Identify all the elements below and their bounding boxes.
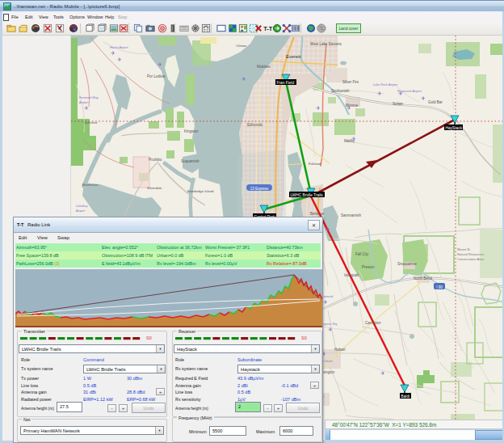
- svg-text:Hacks Airport: Hacks Airport: [110, 46, 129, 49]
- svg-text:✈: ✈: [328, 327, 333, 332]
- svg-text:Airport: Airport: [76, 209, 86, 213]
- svg-text:Por Ludlow: Por Ludlow: [147, 74, 166, 78]
- svg-text:Skymarish Airport: Skymarish Airport: [397, 90, 422, 93]
- svg-text:✈: ✈: [117, 57, 122, 62]
- svg-text:✈: ✈: [111, 50, 116, 56]
- svg-text:Mount Si: Mount Si: [457, 247, 470, 251]
- svg-text:Bainbridge Island: Bainbridge Island: [187, 189, 214, 193]
- svg-text:Fall City: Fall City: [355, 252, 369, 256]
- svg-text:T-T: T-T: [263, 25, 273, 32]
- svg-text:Preston: Preston: [362, 265, 375, 269]
- svg-text:Baldi: Baldi: [401, 394, 410, 399]
- svg-text:Mukilteo: Mukilteo: [257, 65, 271, 69]
- svg-text:✈: ✈: [158, 61, 162, 67]
- svg-text:Carnation: Carnation: [365, 321, 381, 325]
- svg-text:Natural Resources: Natural Resources: [457, 252, 484, 256]
- svg-text:HayStack: HayStack: [446, 126, 463, 130]
- svg-text:Issaquah: Issaquah: [344, 273, 359, 277]
- svg-text:I 90: I 90: [436, 285, 443, 289]
- svg-text:Fran Field: Fran Field: [277, 81, 295, 85]
- svg-text:✈: ✈: [242, 76, 246, 82]
- svg-text:✈: ✈: [84, 105, 89, 111]
- svg-text:Poulsbo: Poulsbo: [149, 158, 162, 162]
- svg-text:Clinton: Clinton: [236, 44, 247, 48]
- svg-text:Lake Roch Airport: Lake Roch Airport: [373, 83, 398, 86]
- svg-text:Kingston: Kingston: [184, 129, 199, 133]
- svg-text:Sultan: Sultan: [393, 102, 403, 106]
- svg-text:✈: ✈: [421, 95, 426, 101]
- svg-text:✈: ✈: [380, 370, 385, 376]
- svg-text:Lakebay: Lakebay: [76, 205, 87, 208]
- svg-text:Kenmash Bay: Kenmash Bay: [79, 96, 99, 99]
- svg-text:Everett: Everett: [286, 54, 301, 59]
- svg-text:✈: ✈: [326, 226, 330, 232]
- svg-text:Edmonds: Edmonds: [247, 123, 263, 127]
- svg-text:Silver Firs: Silver Firs: [342, 80, 359, 84]
- svg-text:Kirkland: Kirkland: [309, 162, 321, 166]
- svg-text:Conservation Area: Conservation Area: [457, 257, 485, 261]
- svg-text:Silverdale: Silverdale: [147, 186, 162, 190]
- svg-text:✈: ✈: [323, 299, 328, 305]
- svg-text:North Bend: North Bend: [414, 276, 432, 281]
- svg-text:Snoqualmie: Snoqualmie: [397, 262, 417, 266]
- svg-text:Hobart: Hobart: [334, 348, 346, 352]
- svg-text:Snohomish: Snohomish: [331, 89, 350, 93]
- svg-text:✈: ✈: [377, 91, 382, 96]
- svg-text:West Lake Stevens: West Lake Stevens: [310, 42, 342, 46]
- svg-text:Airport: Airport: [79, 101, 89, 104]
- svg-text:Sammamish: Sammamish: [341, 213, 362, 217]
- svg-text:Quilcene: Quilcene: [84, 120, 98, 124]
- svg-text:LWHC Bridle Trails: LWHC Bridle Trails: [291, 193, 324, 197]
- svg-text:Bremerton: Bremerton: [82, 183, 99, 187]
- svg-text:Bellevue: Bellevue: [310, 212, 325, 216]
- svg-text:Gold Bar: Gold Bar: [428, 100, 443, 104]
- svg-text:✈: ✈: [351, 136, 356, 141]
- svg-text:✈: ✈: [346, 105, 351, 111]
- svg-text:13 Express: 13 Express: [250, 187, 269, 191]
- svg-text:✈: ✈: [316, 105, 321, 111]
- svg-text:Suquamish: Suquamish: [181, 159, 200, 163]
